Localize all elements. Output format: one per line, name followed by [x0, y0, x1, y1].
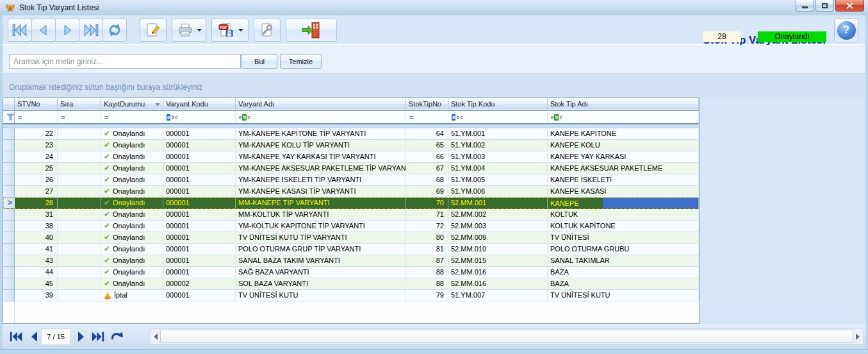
cell-stoktipno[interactable]: 79 — [406, 290, 448, 301]
cell-varyant-adi[interactable]: YM-KANEPE YAY KARKASI TİP VARYANTI — [236, 151, 406, 163]
cell-stvno[interactable]: 45 — [15, 278, 58, 290]
cell-varyant-kodu[interactable]: 000002 — [163, 278, 236, 290]
cell-stok-tip-adi[interactable]: TV ÜNİTESİ KUTU — [548, 290, 699, 301]
cell-stoktipno[interactable]: 80 — [406, 232, 448, 244]
cell-kayitdurumu[interactable]: Onaylandı — [101, 232, 163, 244]
pager-last-button[interactable] — [90, 328, 106, 345]
cell-stvno[interactable]: 43 — [15, 255, 58, 267]
cell-sira[interactable] — [58, 128, 101, 140]
minimize-button[interactable] — [796, 0, 814, 12]
cell-sira[interactable] — [58, 151, 101, 163]
cell-sira[interactable] — [58, 290, 101, 301]
cell-stok-tip-kodu[interactable]: 51.YM.006 — [448, 186, 548, 198]
cell-stoktipno[interactable]: 69 — [406, 186, 448, 198]
cell-varyant-kodu[interactable]: 000001 — [163, 267, 236, 278]
table-row[interactable]: 39İptal000001TV ÜNİTESİ KUTU7951.YM.007T… — [3, 290, 699, 301]
column-header-kayitdurumu[interactable]: KayıtDurumu — [101, 98, 163, 111]
find-button[interactable]: Bul — [242, 54, 277, 69]
column-header-stoktipno[interactable]: StokTipNo — [406, 98, 448, 111]
cell-stok-tip-kodu[interactable]: 52.MM.016 — [448, 267, 548, 278]
cell-stok-tip-adi[interactable]: KANEPE İSKELETİ — [548, 174, 699, 186]
cell-kayitdurumu[interactable]: Onaylandı — [101, 244, 163, 255]
cell-stoktipno[interactable]: 70 — [406, 198, 448, 209]
cell-stok-tip-adi[interactable]: BAZA — [548, 278, 699, 290]
cell-stoktipno[interactable]: 72 — [406, 221, 448, 232]
cell-stoktipno[interactable]: 88 — [406, 267, 448, 278]
table-row[interactable]: 24Onaylandı000001YM-KANEPE YAY KARKASI T… — [3, 151, 699, 163]
pager-previous-button[interactable] — [26, 328, 42, 345]
filter-cell-kayitdurumu[interactable]: = — [101, 111, 163, 123]
previous-record-button[interactable] — [31, 19, 56, 42]
cell-kayitdurumu[interactable]: Onaylandı — [101, 221, 163, 232]
cell-varyant-kodu[interactable]: 000001 — [163, 232, 236, 244]
pager-first-button[interactable] — [8, 328, 24, 345]
cell-varyant-kodu[interactable]: 000001 — [163, 163, 236, 174]
cell-stok-tip-kodu[interactable]: 52.MM.010 — [448, 244, 548, 255]
cell-sira[interactable] — [58, 267, 101, 278]
table-row[interactable]: 43Onaylandı000001SANAL BAZA TAKIM VARYAN… — [3, 255, 699, 267]
cell-varyant-adi[interactable]: MM-KANEPE TİP VARYANTI — [236, 198, 406, 209]
cell-stok-tip-kodu[interactable]: 51.YM.004 — [448, 163, 548, 174]
table-row[interactable]: 41Onaylandı000001POLO OTURMA GRUP TİP VA… — [3, 244, 699, 255]
row-indicator[interactable] — [3, 198, 15, 209]
filter-cell-stvno[interactable]: = — [15, 111, 58, 123]
row-indicator[interactable] — [3, 140, 15, 151]
cell-varyant-adi[interactable]: YM-KOLTUK KAPITONE TİP VARYANTI — [236, 221, 406, 232]
cell-sira[interactable] — [58, 163, 101, 174]
cell-stok-tip-kodu[interactable]: 51.YM.007 — [448, 290, 548, 301]
table-row[interactable]: 26Onaylandı000001YM-KANEPE İSKELETİ TİP … — [3, 174, 699, 186]
table-row[interactable]: 25Onaylandı000001YM-KANEPE AKSESUAR PAKE… — [3, 163, 699, 174]
cell-sira[interactable] — [58, 198, 101, 209]
print-dropdown-icon[interactable] — [197, 29, 202, 31]
cell-stok-tip-kodu[interactable]: 51.YM.002 — [448, 140, 548, 151]
first-record-button[interactable] — [8, 19, 32, 42]
cell-stvno[interactable]: 40 — [15, 232, 58, 244]
exit-button[interactable] — [286, 19, 337, 42]
row-indicator[interactable] — [3, 221, 15, 232]
cell-stvno[interactable]: 39 — [15, 290, 58, 301]
export-pdf-dropdown-icon[interactable] — [238, 29, 243, 31]
cell-kayitdurumu[interactable]: Onaylandı — [101, 174, 163, 186]
cell-varyant-adi[interactable]: YM-KANEPE KASASI TİP VARYANTI — [236, 186, 406, 198]
row-indicator[interactable] — [3, 267, 15, 278]
cell-varyant-kodu[interactable]: 000001 — [163, 255, 236, 267]
table-row-selected[interactable]: 28Onaylandı000001MM-KANEPE TİP VARYANTI7… — [3, 198, 699, 209]
cell-varyant-adi[interactable]: TV ÜNİTESİ KUTU TİP VARYANTI — [236, 232, 406, 244]
cell-kayitdurumu[interactable]: Onaylandı — [101, 267, 163, 278]
cell-stok-tip-adi[interactable]: KOLTUK — [548, 209, 699, 221]
cell-varyant-kodu[interactable]: 000001 — [163, 221, 236, 232]
focused-cell[interactable] — [603, 198, 698, 208]
cell-varyant-adi[interactable]: YM-KANEPE KAPİTONE TİP VARYANTI — [236, 128, 406, 140]
refresh-button[interactable] — [102, 19, 127, 42]
cell-stok-tip-adi[interactable]: SANAL TAKIMLAR — [548, 255, 699, 267]
cell-stok-tip-adi[interactable]: KANEPE — [548, 198, 699, 209]
cell-stvno[interactable]: 44 — [15, 267, 58, 278]
cell-sira[interactable] — [58, 232, 101, 244]
cell-stvno[interactable]: 23 — [15, 140, 58, 151]
cell-stok-tip-kodu[interactable]: 51.YM.003 — [448, 151, 548, 163]
cell-varyant-adi[interactable]: YM-KANEPE İSKELETİ TİP VARYANTI — [236, 174, 406, 186]
cell-stoktipno[interactable]: 66 — [406, 151, 448, 163]
table-row[interactable]: 38Onaylandı000001YM-KOLTUK KAPITONE TİP … — [3, 221, 699, 232]
cell-sira[interactable] — [58, 186, 101, 198]
cell-stok-tip-kodu[interactable]: 51.YM.001 — [448, 128, 548, 140]
cell-stoktipno[interactable]: 88 — [406, 278, 448, 290]
filter-cell-varyant-kodu[interactable]: abc — [163, 111, 236, 123]
cell-varyant-kodu[interactable]: 000001 — [163, 140, 236, 151]
cell-kayitdurumu[interactable]: Onaylandı — [101, 198, 163, 209]
print-button[interactable] — [172, 19, 206, 42]
pager-next-button[interactable] — [73, 328, 90, 345]
cell-stok-tip-adi[interactable]: KANEPE KASASI — [548, 186, 699, 198]
cell-stok-tip-kodu[interactable]: 52.MM.003 — [448, 221, 548, 232]
cell-varyant-kodu[interactable]: 000001 — [163, 209, 236, 221]
cell-stok-tip-adi[interactable]: KANEPE YAY KARKASI — [548, 151, 699, 163]
scrollbar-thumb[interactable] — [160, 330, 853, 343]
column-header-varyant-kodu[interactable]: Varyant Kodu — [163, 98, 236, 111]
row-indicator[interactable] — [3, 128, 15, 140]
cell-stoktipno[interactable]: 67 — [406, 163, 448, 174]
cell-varyant-adi[interactable]: TV ÜNİTESİ KUTU — [236, 290, 406, 301]
cell-varyant-kodu[interactable]: 000001 — [163, 290, 236, 301]
titlebar[interactable]: Stok Tip Varyant Listesi — [0, 0, 868, 15]
cell-stok-tip-kodu[interactable]: 52.MM.015 — [448, 255, 548, 267]
cell-stok-tip-adi[interactable]: KANEPE AKSESUAR PAKETLEME — [548, 163, 699, 174]
